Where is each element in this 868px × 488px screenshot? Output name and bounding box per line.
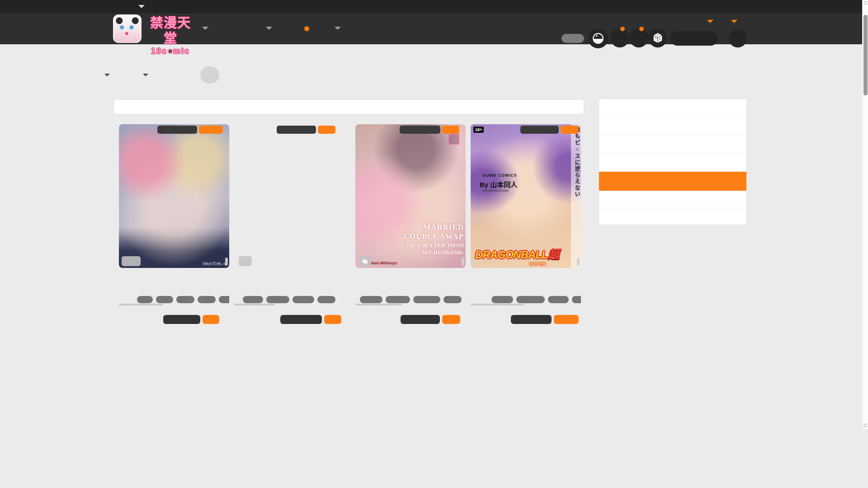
tag-pill[interactable]: [491, 296, 513, 303]
nav-item-1[interactable]: [168, 13, 208, 44]
svg-text:?: ?: [659, 38, 661, 41]
sidebar-row[interactable]: [599, 117, 746, 134]
cover-edge-pill: [462, 258, 464, 266]
likes-pill[interactable]: [554, 315, 579, 324]
likes-pill[interactable]: [442, 315, 460, 324]
tag-pill[interactable]: [219, 296, 229, 303]
comic-card[interactable]: 18+DUMB COMICSBy 山本同人YamamotoDoujinDRAGO…: [471, 124, 581, 324]
likes-pill[interactable]: [324, 315, 341, 324]
chevron-down-icon: [104, 74, 110, 76]
topbar-caret-down-icon[interactable]: [138, 5, 145, 8]
dice-icon: ? ? ?: [648, 28, 667, 47]
title-placeholder: [355, 304, 402, 305]
cover-logo-text: DRAGONBALL超: [475, 245, 559, 262]
cover-info-chip: [122, 256, 141, 266]
sidebar-row[interactable]: [599, 208, 746, 225]
tag-list: [471, 296, 581, 303]
scrollbar-bottom-button[interactable]: [864, 424, 867, 427]
tag-pill[interactable]: [360, 296, 382, 303]
scrollbar-track[interactable]: [862, 0, 868, 429]
moon-icon: [588, 28, 608, 48]
notification-button-1[interactable]: [610, 28, 629, 47]
cover-badges: [157, 126, 223, 134]
random-comic-button[interactable]: ? ? ?: [648, 28, 667, 47]
comic-cover[interactable]: [234, 124, 344, 268]
author-pill[interactable]: [511, 315, 552, 324]
comic-cover[interactable]: MARRIEDCOUPLE SWAP-HE'S BETTER THANMY HU…: [355, 124, 466, 268]
header-caret-orange-icon[interactable]: [731, 20, 737, 23]
cover-author-text: By 山本同人: [480, 179, 517, 189]
card-footer: [280, 315, 341, 324]
filter-circle-button[interactable]: [200, 66, 219, 84]
likes-pill[interactable]: [203, 315, 219, 324]
sidebar-row[interactable]: [599, 153, 746, 172]
comic-cover[interactable]: 18+DUMB COMICSBy 山本同人YamamotoDoujinDRAGO…: [471, 124, 581, 268]
status-badge[interactable]: [318, 126, 335, 134]
card-footer: [401, 315, 460, 324]
category-badge[interactable]: [400, 126, 440, 134]
tag-pill[interactable]: [317, 296, 335, 303]
sidebar-row[interactable]: [599, 134, 746, 153]
author-pill[interactable]: [280, 315, 322, 324]
notification-dot: [620, 27, 625, 31]
status-badge[interactable]: [442, 126, 459, 134]
ranking-sidebar: [599, 99, 747, 225]
author-pill[interactable]: [163, 315, 200, 324]
author-pill[interactable]: [401, 315, 440, 324]
cover-title-text: MARRIEDCOUPLE SWAP-HE'S BETTER THANMY HU…: [355, 222, 464, 256]
tag-pill[interactable]: [516, 296, 545, 303]
comic-card[interactable]: imc©m.c: [119, 124, 229, 324]
tag-pill[interactable]: [413, 296, 440, 303]
chevron-down-icon: [266, 27, 272, 30]
notification-dot: [639, 27, 644, 31]
search-input[interactable]: [670, 31, 718, 46]
comic-cover[interactable]: imc©m.c: [119, 124, 229, 268]
tag-pill[interactable]: [292, 296, 314, 303]
cover-info-chip: [359, 256, 371, 266]
tag-pill[interactable]: [386, 296, 410, 303]
status-badge[interactable]: [199, 126, 223, 134]
tag-pill[interactable]: [443, 296, 462, 303]
category-badge[interactable]: [157, 126, 197, 134]
scrollbar-top-button[interactable]: [864, 1, 867, 5]
category-badge[interactable]: [277, 126, 316, 134]
gallery-icon: [362, 258, 368, 265]
search-button[interactable]: [729, 29, 747, 47]
title-placeholder: [119, 304, 163, 305]
tag-pill[interactable]: [572, 296, 581, 303]
scrollbar-thumb[interactable]: [863, 15, 868, 95]
sidebar-row-active[interactable]: [599, 172, 746, 191]
user-pill[interactable]: [561, 34, 584, 43]
tag-pill[interactable]: [548, 296, 569, 303]
logo-subtitle: 18cmic: [144, 46, 197, 56]
header-caret-orange-icon[interactable]: [707, 20, 713, 23]
sidebar-row[interactable]: [599, 99, 746, 117]
logo-clock-icon: [167, 48, 173, 54]
cover-circle-text: YamamotoDoujin: [481, 188, 509, 192]
tag-pill[interactable]: [198, 296, 216, 303]
tag-list: [119, 296, 229, 303]
tag-pill[interactable]: [137, 296, 153, 303]
cover-edge-pill: [472, 258, 475, 266]
status-badge[interactable]: [561, 126, 579, 134]
chevron-down-icon: [143, 74, 148, 76]
card-footer: [163, 315, 219, 324]
cover-badges: [400, 126, 459, 134]
nav-item-2[interactable]: [231, 13, 272, 44]
tag-pill[interactable]: [243, 296, 263, 303]
cover-badges: [277, 126, 335, 134]
theme-toggle-button[interactable]: [588, 28, 608, 48]
tag-pill[interactable]: [266, 296, 289, 303]
category-badge[interactable]: [520, 126, 559, 134]
tag-pill[interactable]: [156, 296, 173, 303]
favorite-plus-button[interactable]: +: [448, 134, 459, 145]
tag-list: [234, 296, 344, 303]
tag-list: [355, 296, 466, 303]
nav-item-4[interactable]: [300, 13, 341, 44]
sidebar-row[interactable]: [599, 191, 746, 208]
notification-button-2[interactable]: [629, 28, 648, 47]
tag-pill[interactable]: [176, 296, 194, 303]
cover-badges: [520, 126, 579, 134]
comic-card[interactable]: MARRIEDCOUPLE SWAP-HE'S BETTER THANMY HU…: [355, 124, 466, 324]
comic-card[interactable]: [234, 124, 344, 324]
